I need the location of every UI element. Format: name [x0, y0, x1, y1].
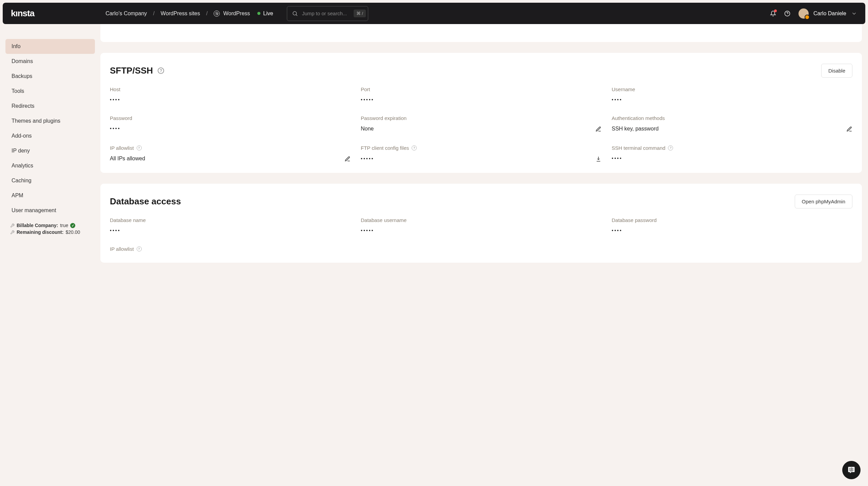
- notifications-bell[interactable]: [770, 10, 776, 17]
- logo[interactable]: kınsta: [11, 8, 34, 19]
- download-icon[interactable]: [595, 156, 601, 162]
- breadcrumb-sep: /: [153, 11, 154, 17]
- user-menu[interactable]: Carlo Daniele: [798, 8, 857, 19]
- pw-expiration-value: None: [361, 126, 374, 132]
- db-name-value: ••••: [110, 228, 121, 233]
- environment-indicator[interactable]: Live: [257, 11, 273, 17]
- sidebar-footer: Billable Company: true ✓ Remaining disco…: [5, 218, 95, 235]
- disable-button[interactable]: Disable: [821, 64, 852, 78]
- user-name: Carlo Daniele: [813, 11, 846, 17]
- database-card: Database access Open phpMyAdmin Database…: [100, 184, 862, 263]
- username-label: Username: [612, 86, 852, 92]
- db-user-label: Database username: [361, 217, 601, 223]
- top-header: kınsta Carlo's Company / WordPress sites…: [3, 3, 865, 24]
- billable-value: true: [60, 223, 68, 228]
- search-icon: [292, 11, 298, 17]
- sidebar-item-addons[interactable]: Add-ons: [5, 128, 95, 143]
- sidebar-item-ipdeny[interactable]: IP deny: [5, 143, 95, 158]
- breadcrumb: Carlo's Company / WordPress sites / Word…: [105, 11, 273, 17]
- card-partial-top: [100, 24, 862, 42]
- db-pass-value: ••••: [612, 228, 623, 233]
- sftp-card: SFTP/SSH ? Disable Host •••• Port •••••: [100, 53, 862, 173]
- sidebar-item-info[interactable]: Info: [5, 39, 95, 54]
- db-ip-allowlist-label: IP allowlist ?: [110, 246, 351, 252]
- pw-expiration-label: Password expiration: [361, 115, 601, 121]
- search-input[interactable]: [302, 11, 350, 16]
- breadcrumb-section[interactable]: WordPress sites: [161, 11, 200, 17]
- password-label: Password: [110, 115, 351, 121]
- avatar: [798, 8, 809, 19]
- breadcrumb-site[interactable]: WordPress: [214, 11, 250, 17]
- help-icon: [784, 11, 790, 17]
- db-name-label: Database name: [110, 217, 351, 223]
- sidebar-item-themes[interactable]: Themes and plugins: [5, 114, 95, 128]
- host-value: ••••: [110, 97, 121, 102]
- sidebar: Info Domains Backups Tools Redirects The…: [3, 24, 98, 269]
- sidebar-item-apm[interactable]: APM: [5, 188, 95, 203]
- live-dot-icon: [257, 12, 260, 15]
- breadcrumb-sep: /: [206, 11, 208, 17]
- ssh-cmd-value: ••••: [612, 156, 623, 161]
- port-label: Port: [361, 86, 601, 92]
- edit-icon[interactable]: [344, 156, 351, 162]
- breadcrumb-company[interactable]: Carlo's Company: [105, 11, 147, 17]
- check-icon: ✓: [70, 223, 75, 228]
- sidebar-item-domains[interactable]: Domains: [5, 54, 95, 69]
- ftp-config-value: •••••: [361, 156, 374, 161]
- auth-methods-label: Authentication methods: [612, 115, 852, 121]
- db-pass-label: Database password: [612, 217, 852, 223]
- edit-icon[interactable]: [595, 126, 601, 132]
- username-value: ••••: [612, 97, 623, 102]
- notification-dot-icon: [774, 9, 777, 12]
- sidebar-item-tools[interactable]: Tools: [5, 84, 95, 99]
- discount-label: Remaining discount:: [17, 229, 63, 235]
- search-kbd: ⌘ /: [354, 9, 366, 17]
- sidebar-item-backups[interactable]: Backups: [5, 69, 95, 84]
- help-icon[interactable]: ?: [668, 145, 673, 150]
- ip-allowlist-label: IP allowlist ?: [110, 145, 351, 151]
- sidebar-item-caching[interactable]: Caching: [5, 173, 95, 188]
- main-content: SFTP/SSH ? Disable Host •••• Port •••••: [98, 24, 865, 269]
- db-user-value: •••••: [361, 228, 374, 233]
- wordpress-icon: [214, 11, 220, 17]
- wrench-icon: [10, 223, 15, 228]
- help-button[interactable]: [784, 10, 790, 17]
- sidebar-item-redirects[interactable]: Redirects: [5, 99, 95, 114]
- wrench-icon: [10, 230, 15, 235]
- open-phpmyadmin-button[interactable]: Open phpMyAdmin: [795, 195, 852, 208]
- ftp-config-label: FTP client config files ?: [361, 145, 601, 151]
- host-label: Host: [110, 86, 351, 92]
- sidebar-item-users[interactable]: User management: [5, 203, 95, 218]
- svg-point-0: [293, 12, 297, 15]
- help-icon[interactable]: ?: [137, 246, 142, 251]
- password-value: ••••: [110, 126, 121, 131]
- port-value: •••••: [361, 97, 374, 102]
- card-title: SFTP/SSH ?: [110, 65, 164, 76]
- help-icon[interactable]: ?: [412, 145, 417, 150]
- discount-value: $20.00: [65, 229, 80, 235]
- ip-allowlist-value: All IPs allowed: [110, 156, 145, 162]
- ssh-cmd-label: SSH terminal command ?: [612, 145, 852, 151]
- search-box[interactable]: ⌘ /: [287, 6, 368, 21]
- help-icon[interactable]: ?: [137, 145, 142, 150]
- billable-label: Billable Company:: [17, 223, 58, 228]
- sidebar-item-analytics[interactable]: Analytics: [5, 158, 95, 173]
- edit-icon[interactable]: [846, 126, 852, 132]
- card-title: Database access: [110, 196, 181, 207]
- auth-methods-value: SSH key, password: [612, 126, 658, 132]
- help-icon[interactable]: ?: [158, 67, 164, 74]
- chevron-down-icon: [851, 10, 857, 17]
